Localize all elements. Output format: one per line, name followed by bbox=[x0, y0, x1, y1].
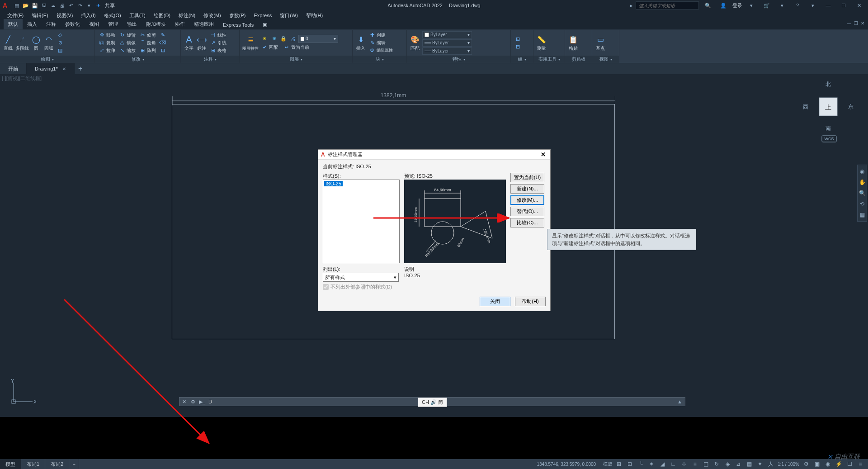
cycling-icon[interactable]: ↻ bbox=[712, 460, 721, 468]
iso-toggle-icon[interactable]: ◢ bbox=[658, 460, 666, 468]
dialog-titlebar[interactable]: A 标注样式管理器 ✕ bbox=[318, 150, 550, 160]
override-button[interactable]: 替代(O)... bbox=[510, 207, 544, 216]
cmd-history-icon[interactable]: ▲ bbox=[675, 399, 685, 404]
selection-filter-icon[interactable]: ▤ bbox=[745, 460, 753, 468]
menu-tools[interactable]: 工具(T) bbox=[126, 11, 149, 20]
insert-block-button[interactable]: ⬇插入 bbox=[355, 34, 366, 52]
minimize-button[interactable]: — bbox=[822, 1, 835, 9]
layer-combo[interactable]: 0▾ bbox=[298, 35, 338, 43]
ribbon-tab-view[interactable]: 视图 bbox=[85, 19, 104, 29]
ribbon-tab-featured[interactable]: 精选应用 bbox=[189, 19, 218, 29]
menu-param[interactable]: 参数(P) bbox=[226, 11, 250, 20]
qat-new-icon[interactable]: ▤ bbox=[13, 1, 21, 9]
rotate-button[interactable]: ↻旋转 bbox=[118, 32, 137, 39]
modify-button[interactable]: 修改(M)... bbox=[510, 195, 544, 205]
annotation-monitor-icon[interactable]: ▣ bbox=[813, 460, 821, 468]
nav-wheel-icon[interactable]: ◉ bbox=[858, 167, 867, 176]
doc-close-button[interactable]: ✕ bbox=[861, 21, 864, 26]
cmd-close-icon[interactable]: ✕ bbox=[179, 399, 189, 405]
filetab-add-button[interactable]: + bbox=[75, 63, 86, 74]
3d-osnap-icon[interactable]: ◈ bbox=[723, 460, 731, 468]
ribbon-tab-manage[interactable]: 管理 bbox=[104, 19, 123, 29]
match-props-button[interactable]: 🎨匹配 bbox=[410, 34, 420, 52]
lineweight-combo[interactable]: ByLayer▾ bbox=[422, 39, 472, 47]
qat-save-icon[interactable]: 💾 bbox=[31, 1, 39, 9]
ribbon-tab-output[interactable]: 输出 bbox=[123, 19, 142, 29]
ribbon-tab-annotate[interactable]: 注释 bbox=[42, 19, 61, 29]
layout-tab-model[interactable]: 模型 bbox=[0, 459, 21, 469]
viewcube[interactable]: 北 西 东 南 上 WCS bbox=[801, 80, 855, 143]
hardware-accel-icon[interactable]: ⚡ bbox=[835, 460, 843, 468]
table-button[interactable]: ⊞表格 bbox=[209, 47, 227, 54]
osnap-toggle-icon[interactable]: ∟ bbox=[669, 460, 677, 468]
circle-button[interactable]: ◯圆 bbox=[31, 34, 42, 52]
array-button[interactable]: ⊞阵列 bbox=[138, 47, 157, 54]
otrack-toggle-icon[interactable]: ⊹ bbox=[680, 460, 688, 468]
polyline-button[interactable]: ⟋多段线 bbox=[15, 34, 29, 52]
menu-window[interactable]: 窗口(W) bbox=[276, 11, 302, 20]
layer-ic-1[interactable]: ☀ bbox=[260, 35, 269, 43]
close-dialog-button[interactable]: 关闭 bbox=[480, 297, 510, 306]
ribbon-tab-focus[interactable]: ▣ bbox=[258, 20, 267, 29]
set-current-button[interactable]: 置为当前(U) bbox=[510, 173, 544, 182]
ortho-toggle-icon[interactable]: └ bbox=[637, 460, 645, 468]
paste-button[interactable]: 📋粘贴 bbox=[568, 34, 579, 52]
share-label[interactable]: 共享 bbox=[103, 1, 117, 9]
qat-dd-icon[interactable]: ▾ bbox=[85, 1, 93, 9]
nav-pan-icon[interactable]: ✋ bbox=[858, 178, 867, 187]
ribbon-tab-insert[interactable]: 插入 bbox=[23, 19, 42, 29]
qat-saveas-icon[interactable]: 🖫 bbox=[40, 1, 48, 9]
ribbon-tab-parametric[interactable]: 参数化 bbox=[61, 19, 85, 29]
close-button[interactable]: ✕ bbox=[853, 1, 865, 9]
login-dd-icon[interactable]: ▾ bbox=[745, 1, 758, 9]
filetab-close-icon[interactable]: ✕ bbox=[62, 66, 66, 71]
login-label[interactable]: 登录 bbox=[732, 2, 742, 9]
layout-tab-add-button[interactable]: + bbox=[69, 459, 79, 469]
qat-undo-icon[interactable]: ↶ bbox=[67, 1, 75, 9]
layer-ic-4[interactable]: 🖨 bbox=[289, 35, 297, 43]
styles-listbox[interactable]: ISO-25 bbox=[323, 180, 400, 263]
style-item-selected[interactable]: ISO-25 bbox=[324, 181, 343, 186]
scale-button[interactable]: ⤡缩放 bbox=[118, 47, 137, 54]
isolate-icon[interactable]: ◉ bbox=[824, 460, 832, 468]
text-button[interactable]: A文字 bbox=[184, 34, 194, 52]
layer-ic-2[interactable]: ❄ bbox=[270, 35, 278, 43]
snap-toggle-icon[interactable]: ⊡ bbox=[626, 460, 634, 468]
group-ic-1[interactable]: ⊞ bbox=[514, 35, 522, 43]
menu-draw[interactable]: 绘图(D) bbox=[150, 11, 174, 20]
nav-zoom-icon[interactable]: 🔍 bbox=[858, 189, 867, 198]
color-combo[interactable]: ByLayer▾ bbox=[422, 31, 472, 38]
draw-misc-1[interactable]: ◇ bbox=[56, 32, 64, 39]
ribbon-tab-default[interactable]: 默认 bbox=[4, 19, 23, 29]
gizmo-icon[interactable]: ✦ bbox=[756, 460, 764, 468]
mod-misc-3[interactable]: ⊡ bbox=[159, 47, 167, 54]
copy-button[interactable]: ⿻复制 bbox=[98, 39, 116, 47]
layer-match-button[interactable]: ✔匹配 bbox=[260, 44, 279, 51]
user-icon[interactable]: 👤 bbox=[717, 1, 730, 9]
workspace-icon[interactable]: ⚙ bbox=[802, 460, 810, 468]
viewport-label[interactable]: [-][俯视][二维线框] bbox=[2, 75, 42, 82]
maximize-button[interactable]: ☐ bbox=[837, 1, 850, 9]
base-view-button[interactable]: ▭基点 bbox=[595, 34, 606, 52]
arc-button[interactable]: ◠圆弧 bbox=[43, 34, 54, 52]
grid-toggle-icon[interactable]: ⊞ bbox=[615, 460, 623, 468]
layout-tab-layout1[interactable]: 布局1 bbox=[21, 459, 45, 469]
help-icon[interactable]: ? bbox=[791, 1, 804, 9]
qat-redo-icon[interactable]: ↷ bbox=[76, 1, 84, 9]
help-dd-icon[interactable]: ▾ bbox=[807, 1, 819, 9]
group-ic-2[interactable]: ⊟ bbox=[514, 43, 522, 50]
block-edit-button[interactable]: ✎编辑 bbox=[368, 39, 394, 47]
stretch-button[interactable]: ⤢拉伸 bbox=[98, 47, 116, 54]
qat-plot-icon[interactable]: 🖨 bbox=[58, 1, 66, 9]
menu-express[interactable]: Express bbox=[250, 12, 275, 19]
cmd-custom-icon[interactable]: ⚙ bbox=[189, 399, 198, 405]
doc-restore-button[interactable]: ❐ bbox=[854, 21, 858, 26]
clean-screen-icon[interactable]: ☐ bbox=[845, 460, 854, 468]
menu-help[interactable]: 帮助(H) bbox=[302, 11, 326, 20]
block-create-button[interactable]: ✚创建 bbox=[368, 32, 394, 39]
fillet-button[interactable]: ⌒圆角 bbox=[138, 39, 157, 47]
measure-button[interactable]: 📏测量 bbox=[536, 34, 547, 52]
list-filter-combo[interactable]: 所有样式▾ bbox=[323, 273, 399, 282]
draw-misc-2[interactable]: ⊙ bbox=[56, 39, 64, 47]
layout-tab-layout2[interactable]: 布局2 bbox=[45, 459, 69, 469]
